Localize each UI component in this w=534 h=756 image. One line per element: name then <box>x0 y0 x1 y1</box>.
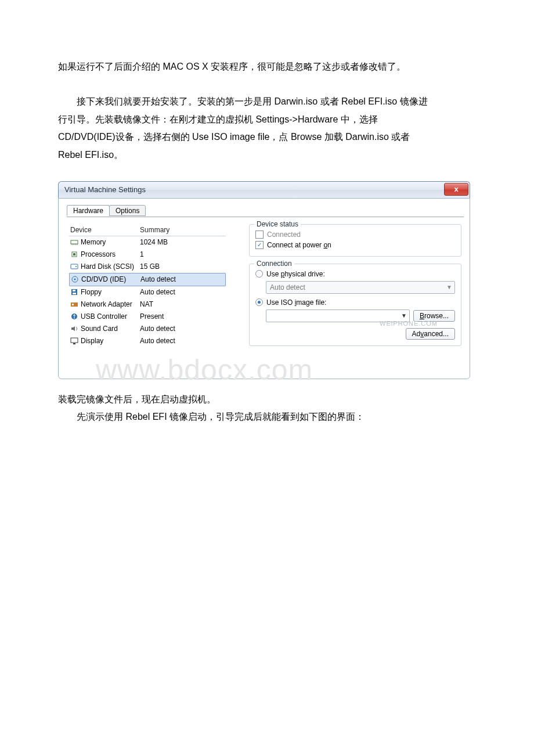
device-summary: Present <box>140 312 225 321</box>
paragraph-1: 如果运行不了后面介绍的 MAC OS X 安装程序，很可能是忽略了这步或者修改错… <box>58 58 430 75</box>
device-list: Memory1024 MBProcessors1Hard Disk (SCSI)… <box>69 236 226 347</box>
device-name: Processors <box>81 250 116 258</box>
connection-legend: Connection <box>254 260 294 268</box>
device-name: Floppy <box>81 288 102 296</box>
checkbox-checked-icon <box>255 241 264 249</box>
connect-power-label: Connect at power on <box>267 241 331 249</box>
svg-rect-0 <box>71 240 78 244</box>
paragraph-4: 先演示使用 Rebel EFI 镜像启动，引导完成后就能看到如下图的界面： <box>58 408 430 426</box>
device-summary: Auto detect <box>140 288 225 296</box>
chevron-down-icon: ▼ <box>446 284 452 290</box>
device-name: Sound Card <box>81 325 118 333</box>
device-name: CD/DVD (IDE) <box>81 275 126 283</box>
nic-icon <box>70 301 78 308</box>
watermark-bdocx: www.bdocx.com <box>96 353 313 387</box>
checkbox-icon <box>255 231 264 239</box>
device-row[interactable]: Memory1024 MB <box>69 236 226 249</box>
connect-power-checkbox-row[interactable]: Connect at power on <box>255 240 455 250</box>
close-icon: x <box>454 185 458 193</box>
tab-options[interactable]: Options <box>109 205 146 216</box>
sound-icon <box>70 325 78 332</box>
paragraph-3: 装载完镜像文件后，现在启动虚拟机。 <box>58 391 430 408</box>
device-config-panel: Device status Connected Connect at power… <box>249 224 461 353</box>
svg-rect-15 <box>72 304 74 305</box>
dialog-columns: Device Summary Memory1024 MBProcessors1H… <box>67 217 464 355</box>
cpu-icon <box>70 251 78 258</box>
svg-rect-7 <box>71 264 78 269</box>
usb-icon <box>70 313 78 320</box>
device-name: USB Controller <box>81 312 127 321</box>
iso-image-radio-row[interactable]: Use ISO image file: <box>255 297 455 308</box>
device-row[interactable]: CD/DVD (IDE)Auto detect <box>69 273 226 286</box>
paragraph-2: 接下来我们就要开始安装了。安装的第一步是用 Darwin.iso 或者 Rebe… <box>58 93 430 164</box>
device-row[interactable]: Processors1 <box>69 249 226 261</box>
col-device: Device <box>70 226 140 234</box>
device-status-group: Device status Connected Connect at power… <box>249 224 461 257</box>
vm-settings-dialog: Virtual Machine Settings x HardwareOptio… <box>58 181 470 379</box>
device-summary: 1024 MB <box>140 238 225 246</box>
svg-point-10 <box>74 279 76 280</box>
device-row[interactable]: Network AdapterNAT <box>69 298 226 311</box>
svg-point-8 <box>75 266 77 267</box>
connected-checkbox-row[interactable]: Connected <box>255 229 455 240</box>
device-status-legend: Device status <box>254 220 301 228</box>
document-page: 如果运行不了后面介绍的 MAC OS X 安装程序，很可能是忽略了这步或者修改错… <box>0 0 453 467</box>
dialog-title: Virtual Machine Settings <box>64 185 146 194</box>
device-row[interactable]: Sound CardAuto detect <box>69 323 226 335</box>
device-row[interactable]: DisplayAuto detect <box>69 335 226 347</box>
device-summary: Auto detect <box>140 337 225 345</box>
browse-button[interactable]: Browse... <box>413 310 455 322</box>
display-icon <box>70 337 78 344</box>
advanced-button[interactable]: Advanced... <box>406 328 455 340</box>
radio-icon <box>255 270 263 278</box>
device-summary: 15 GB <box>140 262 225 271</box>
dialog-body: HardwareOptions Device Summary Memory102… <box>58 198 470 379</box>
svg-rect-14 <box>71 303 78 307</box>
floppy-icon <box>70 289 78 296</box>
iso-file-select[interactable]: ▼ <box>266 309 410 322</box>
iso-image-label: Use ISO image file: <box>266 298 326 307</box>
device-row[interactable]: Hard Disk (SCSI)15 GB <box>69 261 226 273</box>
hdd-icon <box>70 263 78 270</box>
device-row[interactable]: USB ControllerPresent <box>69 311 226 323</box>
device-summary: 1 <box>140 250 225 258</box>
device-summary: NAT <box>140 300 225 308</box>
connection-group: Connection Use physical drive: Auto dete… <box>249 264 461 346</box>
close-button[interactable]: x <box>444 183 468 196</box>
device-name: Memory <box>81 238 106 246</box>
physical-drive-select[interactable]: Auto detect ▼ <box>266 281 455 294</box>
dialog-titlebar: Virtual Machine Settings x <box>58 181 470 198</box>
tabs: HardwareOptions <box>67 204 464 217</box>
device-name: Network Adapter <box>81 300 132 308</box>
cd-icon <box>71 276 79 283</box>
device-name: Display <box>81 337 103 345</box>
svg-rect-17 <box>71 338 78 343</box>
device-summary: Auto detect <box>140 275 224 283</box>
device-summary: Auto detect <box>140 325 225 333</box>
physical-drive-radio-row[interactable]: Use physical drive: <box>255 269 455 279</box>
svg-rect-13 <box>73 293 76 294</box>
connected-label: Connected <box>267 231 301 239</box>
device-row[interactable]: FloppyAuto detect <box>69 286 226 298</box>
col-summary: Summary <box>140 226 225 234</box>
device-list-panel: Device Summary Memory1024 MBProcessors1H… <box>69 224 226 353</box>
radio-selected-icon <box>255 298 263 306</box>
physical-drive-value: Auto detect <box>270 283 305 291</box>
device-name: Hard Disk (SCSI) <box>81 262 134 271</box>
svg-rect-6 <box>73 253 75 255</box>
tab-hardware[interactable]: Hardware <box>67 205 110 216</box>
memory-icon <box>70 239 78 246</box>
physical-drive-label: Use physical drive: <box>266 270 325 278</box>
svg-rect-12 <box>73 290 75 291</box>
device-list-header: Device Summary <box>69 224 226 236</box>
chevron-down-icon: ▼ <box>401 312 407 319</box>
